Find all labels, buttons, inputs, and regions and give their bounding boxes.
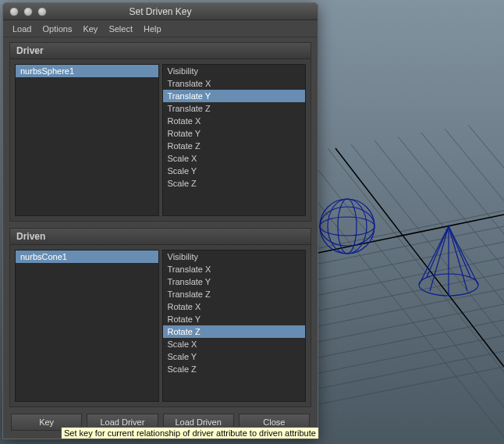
menu-options[interactable]: Options (42, 24, 72, 34)
driver-header: Driver (10, 43, 311, 59)
driven-header: Driven (10, 229, 311, 245)
menu-help[interactable]: Help (144, 24, 161, 34)
driven-section: Driven nurbsCone1 VisibilityTranslate XT… (9, 228, 311, 407)
list-item[interactable]: Rotate Y (163, 313, 306, 325)
list-item[interactable]: nurbsCone1 (16, 250, 158, 263)
minimize-icon[interactable] (23, 7, 33, 16)
list-item[interactable]: Rotate X (163, 300, 306, 313)
menu-key[interactable]: Key (83, 24, 98, 34)
list-item[interactable]: Rotate Y (163, 127, 306, 140)
list-item[interactable]: Scale X (163, 152, 306, 165)
driver-attribute-list[interactable]: VisibilityTranslate XTranslate YTranslat… (162, 64, 307, 216)
zoom-icon[interactable] (37, 7, 47, 16)
list-item[interactable]: Scale Z (163, 177, 306, 190)
list-item[interactable]: nurbsSphere1 (16, 65, 158, 77)
list-item[interactable]: Scale Y (163, 165, 306, 177)
window-title: Set Driven Key (3, 6, 318, 17)
menu-select[interactable]: Select (108, 24, 133, 34)
list-item[interactable]: Translate Z (163, 102, 306, 115)
titlebar[interactable]: Set Driven Key (3, 3, 318, 20)
tooltip: Set key for current relationship of driv… (61, 427, 319, 439)
driven-object-list[interactable]: nurbsCone1 (15, 250, 159, 402)
menubar: Load Options Key Select Help (3, 20, 318, 37)
set-driven-key-window: Set Driven Key Load Options Key Select H… (2, 2, 318, 439)
list-item[interactable]: Translate Z (163, 288, 306, 300)
driver-section: Driver nurbsSphere1 VisibilityTranslate … (9, 42, 311, 222)
list-item[interactable]: Translate X (163, 77, 306, 90)
list-item[interactable]: Visibility (163, 250, 306, 263)
list-item[interactable]: Translate Y (163, 90, 306, 102)
list-item[interactable]: Translate Y (163, 275, 306, 288)
menu-load[interactable]: Load (12, 24, 31, 34)
list-item[interactable]: Scale Y (163, 350, 306, 363)
list-item[interactable]: Rotate Z (163, 325, 306, 338)
list-item[interactable]: Rotate X (163, 115, 306, 127)
close-icon[interactable] (9, 7, 19, 16)
list-item[interactable]: Scale X (163, 338, 306, 350)
list-item[interactable]: Scale Z (163, 363, 306, 375)
list-item[interactable]: Rotate Z (163, 140, 306, 152)
driven-attribute-list[interactable]: VisibilityTranslate XTranslate YTranslat… (162, 250, 307, 402)
driver-object-list[interactable]: nurbsSphere1 (15, 64, 159, 216)
list-item[interactable]: Visibility (163, 65, 306, 77)
list-item[interactable]: Translate X (163, 263, 306, 275)
